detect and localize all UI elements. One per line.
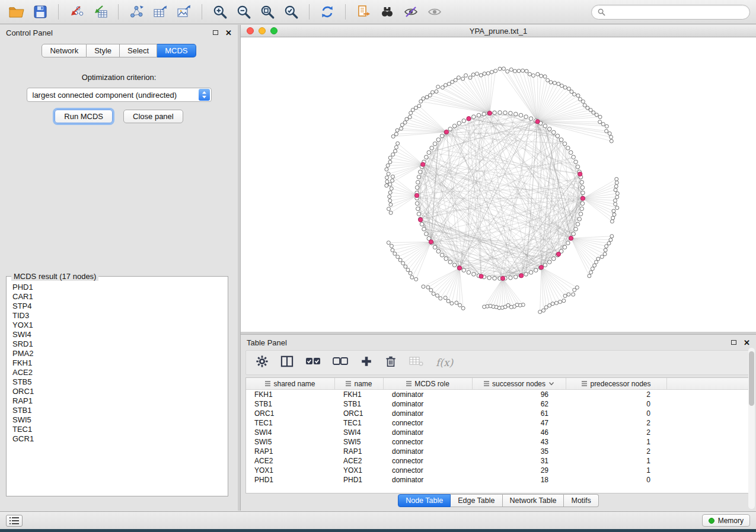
table-cell[interactable]: 31 (473, 456, 566, 466)
table-row[interactable]: SWI4SWI4dominator462 (246, 428, 751, 437)
network-canvas[interactable] (241, 37, 756, 332)
table-row[interactable]: YOX1YOX1connector291 (246, 466, 751, 475)
column-header-shared-name[interactable]: shared name (246, 378, 335, 389)
table-cell[interactable]: SWI4 (246, 428, 335, 437)
mcds-result-item[interactable]: GCR1 (12, 434, 225, 444)
column-header-successor-nodes[interactable]: successor nodes (473, 378, 566, 389)
close-panel-button[interactable]: Close panel (123, 110, 183, 123)
search-network-button[interactable] (377, 2, 398, 21)
table-cell[interactable]: 35 (473, 447, 566, 456)
table-cell[interactable]: dominator (384, 428, 473, 437)
table-cell[interactable]: 2 (566, 418, 667, 428)
status-menu-button[interactable] (6, 515, 23, 527)
table-row[interactable]: FKH1FKH1dominator962 (246, 390, 751, 399)
memory-button[interactable]: Memory (702, 514, 750, 527)
open-file-button[interactable] (6, 2, 27, 21)
zoom-selected-button[interactable] (280, 2, 302, 21)
table-cell[interactable]: connector (384, 418, 473, 428)
mcds-result-item[interactable]: SWI5 (12, 415, 225, 425)
table-cell[interactable]: 2 (566, 447, 667, 456)
table-cell[interactable]: RAP1 (335, 447, 384, 456)
share-document-button[interactable] (353, 2, 374, 21)
table-cell[interactable]: 0 (566, 409, 667, 418)
table-cell[interactable]: dominator (384, 475, 473, 485)
mcds-result-item[interactable]: STB1 (12, 406, 225, 415)
table-row[interactable]: TEC1TEC1connector472 (246, 418, 751, 428)
refresh-button[interactable] (317, 2, 338, 21)
column-header-MCDS-role[interactable]: MCDS role (384, 378, 473, 389)
scrollbar-thumb[interactable] (749, 351, 754, 406)
close-panel-icon[interactable]: ✕ (744, 339, 750, 347)
network-graph[interactable] (241, 37, 756, 332)
mcds-result-list[interactable]: PHD1CAR1STP4TID3YOX1SWI4SRD1PMA2FKH1ACE2… (12, 283, 225, 493)
table-cell[interactable]: connector (384, 437, 473, 447)
table-row[interactable]: STB1STB1dominator620 (246, 399, 751, 409)
table-cell[interactable]: dominator (384, 409, 473, 418)
mcds-result-item[interactable]: STP4 (12, 302, 225, 311)
mcds-result-item[interactable]: STB5 (12, 377, 225, 387)
table-cell[interactable]: dominator (384, 447, 473, 456)
criterion-dropdown[interactable]: largest connected component (undirected) (27, 88, 212, 102)
mcds-result-item[interactable]: YOX1 (12, 321, 225, 330)
mcds-result-item[interactable]: CAR1 (12, 292, 225, 302)
table-cell[interactable]: 46 (473, 428, 566, 437)
table-cell[interactable]: YOX1 (246, 466, 335, 475)
zoom-fit-button[interactable] (257, 2, 278, 21)
toolbar-search[interactable] (591, 5, 750, 20)
column-header-name[interactable]: name (335, 378, 384, 389)
table-cell[interactable]: dominator (384, 390, 473, 399)
hide-graphics-details-button[interactable] (400, 2, 422, 21)
table-cell[interactable]: 18 (473, 475, 566, 485)
minimize-window-icon[interactable] (259, 27, 266, 34)
table-row[interactable]: RAP1RAP1dominator352 (246, 447, 751, 456)
table-cell[interactable]: 1 (566, 437, 667, 447)
table-scrollbar[interactable] (748, 348, 755, 509)
table-cell[interactable]: SWI5 (246, 437, 335, 447)
export-image-button[interactable] (173, 2, 194, 21)
float-panel-icon[interactable] (213, 30, 218, 35)
add-column-button[interactable] (360, 355, 373, 370)
table-row[interactable]: ORC1ORC1dominator610 (246, 409, 751, 418)
table-cell[interactable]: FKH1 (246, 390, 335, 399)
table-cell[interactable]: 2 (566, 428, 667, 437)
delete-column-button[interactable] (385, 355, 397, 370)
import-table-from-file-button[interactable] (90, 2, 111, 21)
table-row[interactable]: ACE2ACE2connector311 (246, 456, 751, 466)
tab-edge-table[interactable]: Edge Table (451, 494, 502, 507)
table-cell[interactable]: connector (384, 456, 473, 466)
network-titlebar[interactable]: YPA_prune.txt_1 (241, 25, 756, 37)
tab-node-table[interactable]: Node Table (398, 494, 451, 507)
search-input[interactable] (609, 8, 744, 16)
table-cell[interactable]: PHD1 (246, 475, 335, 485)
table-cell[interactable]: FKH1 (335, 390, 384, 399)
mcds-result-item[interactable]: RAP1 (12, 396, 225, 406)
table-row[interactable]: SWI5SWI5connector431 (246, 437, 751, 447)
tab-select[interactable]: Select (120, 44, 157, 57)
tab-network[interactable]: Network (42, 44, 87, 57)
table-cell[interactable]: ORC1 (335, 409, 384, 418)
column-header-predecessor-nodes[interactable]: predecessor nodes (566, 378, 667, 389)
table-cell[interactable]: STB1 (335, 399, 384, 409)
table-cell[interactable]: 29 (473, 466, 566, 475)
mcds-result-item[interactable]: TID3 (12, 311, 225, 321)
table-cell[interactable]: connector (384, 466, 473, 475)
table-cell[interactable]: SWI5 (335, 437, 384, 447)
tab-network-table[interactable]: Network Table (503, 494, 564, 507)
import-network-from-file-button[interactable] (66, 2, 87, 21)
table-cell[interactable]: 1 (566, 456, 667, 466)
mcds-result-item[interactable]: PHD1 (12, 283, 225, 292)
table-cell[interactable]: dominator (384, 399, 473, 409)
deselect-all-button[interactable] (333, 355, 348, 370)
new-table-button[interactable] (149, 2, 171, 21)
mcds-result-item[interactable]: SWI4 (12, 330, 225, 339)
show-graphics-details-button[interactable] (424, 2, 445, 21)
table-cell[interactable]: STB1 (246, 399, 335, 409)
table-cell[interactable]: 2 (566, 390, 667, 399)
table-cell[interactable]: 43 (473, 437, 566, 447)
table-cell[interactable]: TEC1 (335, 418, 384, 428)
table-cell[interactable]: YOX1 (335, 466, 384, 475)
tab-mcds[interactable]: MCDS (157, 44, 196, 57)
save-button[interactable] (30, 2, 51, 21)
table-cell[interactable]: 0 (566, 399, 667, 409)
tab-motifs[interactable]: Motifs (564, 494, 598, 507)
